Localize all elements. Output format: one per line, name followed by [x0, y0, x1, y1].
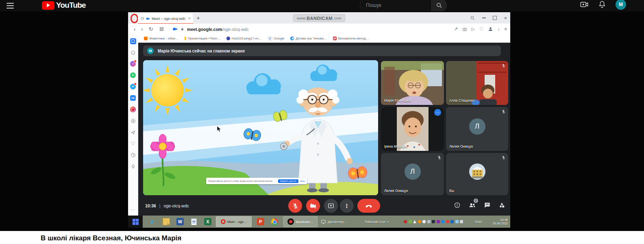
taskbar-excel[interactable]: X — [202, 216, 213, 227]
url-text[interactable]: meet.google.com/oge-oicq-wdc — [187, 27, 249, 32]
bookmark-item[interactable]: MВихователь-метод… — [333, 37, 369, 40]
youtube-logo[interactable]: YouTube — [42, 1, 86, 10]
hamburger-menu-icon[interactable] — [7, 3, 14, 9]
notifications-bell-icon[interactable] — [598, 0, 607, 9]
tab-close-icon[interactable]: × — [188, 16, 191, 21]
camera-toggle-button[interactable] — [306, 199, 320, 213]
bookmark-item[interactable]: host109.pmg17.vn… — [226, 37, 262, 40]
desktop-toolbar[interactable]: Рабочий стол » — [361, 216, 393, 227]
flow-icon[interactable] — [128, 128, 137, 137]
participant-tile[interactable]: Л Лилия Онищук — [446, 107, 508, 151]
tile-options-button[interactable]: ⋯ — [434, 109, 441, 116]
telegram-icon[interactable]: ➤ — [128, 82, 137, 91]
camera-permission-icon[interactable] — [172, 26, 178, 32]
maximize-icon[interactable] — [493, 16, 497, 20]
bookmark-item[interactable]: GGoogle — [268, 36, 285, 41]
tray-network-icon — [427, 220, 431, 223]
mic-off-icon — [437, 155, 442, 160]
participant-tile[interactable]: Алла Стащенко — [446, 61, 508, 105]
tray-icon — [446, 220, 449, 223]
messenger-icon[interactable]: ⚡ — [128, 59, 137, 68]
back-icon[interactable]: ‹ — [134, 26, 135, 32]
player-icon[interactable] — [128, 116, 137, 125]
meeting-details-icon[interactable] — [454, 202, 461, 209]
history-icon[interactable] — [128, 150, 137, 159]
browser-tab-bar: Meet – oge-oicq-wdc × + www. BANDICAM .c… — [128, 12, 510, 24]
participant-tile[interactable]: Марія Ючинська — [381, 61, 444, 105]
vk-icon[interactable]: VK — [128, 94, 137, 102]
new-tab-button[interactable]: + — [196, 14, 200, 21]
tray-icon — [418, 220, 421, 223]
video-player[interactable]: Meet – oge-oicq-wdc × + www. BANDICAM .c… — [0, 11, 644, 231]
participant-tile-selected[interactable]: ⋯ Ірина Мацюра — [381, 107, 444, 151]
activities-icon[interactable] — [498, 202, 505, 209]
user-avatar[interactable]: M — [616, 0, 626, 10]
search-box — [360, 0, 447, 11]
share-icon[interactable]: ↗ — [454, 27, 458, 31]
downloads-icon[interactable]: ↓ — [498, 27, 500, 31]
taskbar-powerpoint[interactable]: P — [255, 216, 266, 227]
bookmark-favicon: M — [333, 37, 337, 40]
lock-icon[interactable] — [180, 27, 185, 31]
instagram-icon[interactable] — [128, 105, 137, 114]
system-tray[interactable] — [396, 216, 471, 227]
send-to-device-icon[interactable]: ▷ — [472, 27, 475, 31]
participant-tile[interactable]: Л Лилия Онищук — [381, 153, 444, 195]
chrome-icon — [271, 218, 278, 225]
taskbar-opera-task[interactable]: Meet – oge… — [216, 216, 252, 227]
search-input[interactable] — [360, 0, 431, 11]
presentation-tile[interactable]: Предоставлен доступ к этому экрану всем … — [143, 60, 378, 195]
reload-icon[interactable]: ↻ — [149, 26, 153, 32]
tips-icon[interactable] — [128, 162, 137, 171]
opera-sidebar: ⚡ ✆ ➤ VK ♡ ⋯ — [128, 35, 138, 216]
participant-initial-avatar: Л — [405, 163, 421, 180]
taskbar-wordpad[interactable] — [188, 216, 200, 227]
browser-tab[interactable]: Meet – oge-oicq-wdc × — [138, 13, 193, 24]
taskbar-ie[interactable]: e — [147, 216, 158, 227]
participant-name: Вы — [449, 189, 454, 193]
taskbar-chrome[interactable] — [269, 216, 280, 227]
mic-off-icon — [501, 109, 506, 114]
minimize-icon[interactable] — [482, 17, 486, 18]
snapshot-icon[interactable] — [462, 27, 467, 32]
participant-tile-self[interactable]: Вы — [446, 153, 508, 195]
chat-icon[interactable] — [484, 202, 491, 209]
forward-icon[interactable]: › — [141, 26, 143, 32]
profile-icon[interactable] — [488, 26, 493, 32]
opera-logo-icon[interactable] — [131, 14, 138, 23]
search-button[interactable] — [431, 0, 446, 11]
speed-dial-icon[interactable] — [128, 48, 137, 57]
taskbar-taskmgr[interactable]: Диспетчер… — [321, 216, 357, 227]
windows-taskbar: e W X Meet – oge… P Bandicam… Диспетчер… — [128, 216, 510, 228]
language-indicator[interactable]: ENG — [473, 216, 484, 227]
secondary-share-button[interactable]: Еще — [300, 180, 305, 182]
create-video-icon[interactable] — [580, 0, 589, 9]
browser-menu-icon[interactable]: ≡ — [505, 27, 507, 31]
more-vertical-icon: ⋮ — [344, 203, 350, 209]
sidebar-more-icon[interactable]: ⋯ — [131, 207, 135, 212]
bookmark-item[interactable]: Животные - обои… — [144, 37, 178, 40]
bookmarks-heart-icon[interactable]: ♡ — [128, 139, 137, 148]
stop-sharing-button[interactable]: Закрыть доступ — [278, 179, 298, 183]
leave-call-button[interactable] — [357, 199, 380, 213]
taskbar-bandicam-task[interactable]: Bandicam… — [283, 216, 318, 227]
workspace-icon[interactable] — [128, 37, 137, 46]
mic-toggle-button[interactable] — [288, 199, 302, 213]
bookmark-heart-icon[interactable]: ♡ — [479, 27, 483, 31]
people-panel-button[interactable]: 7 — [468, 201, 476, 209]
screen-share-notification: Предоставлен доступ к этому экрану всем … — [206, 178, 307, 184]
window-search-icon[interactable] — [470, 15, 475, 21]
taskbar-notes[interactable] — [161, 216, 172, 227]
participant-name: Марія Ючинська — [384, 98, 411, 102]
more-options-button[interactable]: ⋮ — [340, 199, 354, 213]
present-button[interactable] — [324, 199, 338, 213]
workspaces-grid-icon[interactable] — [160, 27, 164, 31]
taskbar-clock[interactable]: 10:36 15.09.2022 — [486, 216, 508, 227]
whatsapp-icon[interactable]: ✆ — [128, 71, 137, 80]
start-button[interactable] — [128, 216, 143, 228]
bookmark-item[interactable]: Презентация «Техн… — [185, 37, 220, 40]
taskbar-word[interactable]: W — [174, 216, 186, 227]
bookmark-item[interactable]: ✱Ділова гра "Іннова… — [290, 37, 326, 40]
divider: | — [159, 203, 161, 208]
window-close-icon[interactable]: × — [504, 15, 507, 21]
